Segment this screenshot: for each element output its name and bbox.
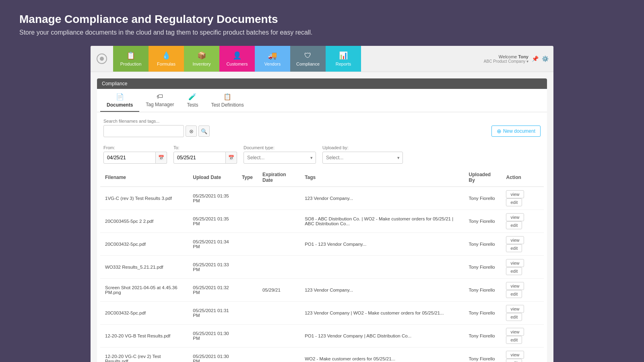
search-input-group: ⊗ 🔍 bbox=[103, 125, 210, 137]
cell-actions: viewedit bbox=[501, 187, 544, 210]
settings-icon[interactable]: ⚙️ bbox=[542, 56, 549, 62]
cell-tags: PO1 - 123 Vendor Company | ABC Distribut… bbox=[300, 325, 464, 348]
edit-button[interactable]: edit bbox=[506, 359, 522, 362]
new-document-button[interactable]: ⊕ New document bbox=[491, 125, 541, 137]
nav-item-reports[interactable]: 📊 Reports bbox=[326, 46, 361, 72]
cell-tags: WO2 - Make customer orders for 05/25/21.… bbox=[300, 348, 464, 362]
cell-tags: SO8 - ABC Distribution Co. | WO2 - Make … bbox=[300, 210, 464, 233]
nav-item-compliance[interactable]: 🛡 Compliance bbox=[290, 46, 326, 72]
tab-tag-manager[interactable]: 🏷 Tag Manager bbox=[139, 89, 180, 112]
cell-filename: WO332 Results_5.21.21.pdf bbox=[100, 256, 188, 279]
cell-expiration-date: 05/29/21 bbox=[258, 279, 300, 302]
cell-actions: viewedit bbox=[501, 233, 544, 256]
cell-upload-date: 05/25/2021 01:31 PM bbox=[188, 302, 237, 325]
uploaded-by-label: Uploaded by: bbox=[322, 145, 403, 150]
search-button[interactable]: 🔍 bbox=[198, 125, 210, 137]
view-button[interactable]: view bbox=[506, 259, 524, 267]
page-subtitle: Store your compliance documents in the c… bbox=[19, 29, 625, 36]
cell-uploaded-by: Tony Fiorello bbox=[464, 325, 502, 348]
view-button[interactable]: view bbox=[506, 236, 524, 244]
col-type: Type bbox=[237, 169, 258, 187]
compliance-panel: Compliance 📄 Documents 🏷 Tag Manager 🧪 T… bbox=[97, 78, 547, 362]
cell-expiration-date bbox=[258, 233, 300, 256]
clear-search-button[interactable]: ⊗ bbox=[186, 125, 197, 137]
reports-icon: 📊 bbox=[339, 51, 348, 60]
tab-test-definitions[interactable]: 📋 Test Definitions bbox=[204, 89, 250, 112]
nav-item-inventory[interactable]: 📦 Inventory bbox=[184, 46, 219, 72]
cell-upload-date: 05/25/2021 01:35 PM bbox=[188, 210, 237, 233]
edit-button[interactable]: edit bbox=[506, 290, 522, 298]
cell-uploaded-by: Tony Fiorello bbox=[464, 210, 502, 233]
to-date-input[interactable] bbox=[173, 152, 226, 164]
uploaded-by-select-wrapper: Select... bbox=[322, 152, 403, 164]
tab-documents[interactable]: 📄 Documents bbox=[100, 89, 139, 112]
from-date-input[interactable] bbox=[103, 152, 156, 164]
cell-type bbox=[237, 233, 258, 256]
content-area: Compliance 📄 Documents 🏷 Tag Manager 🧪 T… bbox=[91, 72, 553, 362]
col-tags: Tags bbox=[300, 169, 464, 187]
to-calendar-button[interactable]: 📅 bbox=[226, 152, 237, 164]
view-button[interactable]: view bbox=[506, 328, 524, 336]
cell-type bbox=[237, 302, 258, 325]
cell-actions: viewedit bbox=[501, 256, 544, 279]
view-button[interactable]: view bbox=[506, 282, 524, 290]
customers-icon: 👤 bbox=[233, 51, 242, 60]
nav-logo[interactable] bbox=[91, 46, 113, 72]
uploaded-by-select[interactable]: Select... bbox=[322, 152, 403, 164]
nav-item-customers[interactable]: 👤 Customers bbox=[219, 46, 255, 72]
cell-expiration-date bbox=[258, 325, 300, 348]
documents-tab-icon: 📄 bbox=[116, 93, 124, 101]
cell-uploaded-by: Tony Fiorello bbox=[464, 302, 502, 325]
nav-item-formulas[interactable]: 💧 Formulas bbox=[149, 46, 184, 72]
doc-type-select[interactable]: Select... bbox=[244, 152, 316, 164]
test-definitions-tab-icon: 📋 bbox=[223, 93, 231, 101]
plus-circle-icon: ⊕ bbox=[497, 128, 502, 134]
search-input[interactable] bbox=[103, 125, 184, 137]
filter-to-group: To: 📅 bbox=[173, 145, 237, 164]
tabs-bar: 📄 Documents 🏷 Tag Manager 🧪 Tests 📋 Test… bbox=[97, 89, 547, 112]
col-action: Action bbox=[501, 169, 544, 187]
tests-tab-icon: 🧪 bbox=[188, 93, 196, 101]
cell-upload-date: 05/25/2021 01:30 PM bbox=[188, 325, 237, 348]
nav-items: 📋 Production 💧 Formulas 📦 Inventory 👤 Cu… bbox=[113, 46, 484, 72]
filter-from-group: From: 📅 bbox=[103, 145, 167, 164]
edit-button[interactable]: edit bbox=[506, 244, 522, 252]
edit-button[interactable]: edit bbox=[506, 221, 522, 229]
cell-tags: PO1 - 123 Vendor Company... bbox=[300, 233, 464, 256]
cell-actions: viewedit bbox=[501, 325, 544, 348]
table-row: 12-20-20 VG-B Test Results.pdf05/25/2021… bbox=[100, 325, 544, 348]
nav-company[interactable]: ABC Product Company ▾ bbox=[484, 59, 528, 64]
search-row: ⊗ 🔍 ⊕ New document bbox=[103, 125, 541, 137]
cell-expiration-date bbox=[258, 348, 300, 362]
table-row: Screen Shot 2021-04-05 at 4.45.36 PM.png… bbox=[100, 279, 544, 302]
cell-filename: 20C003455-5pc 2 2.pdf bbox=[100, 210, 188, 233]
from-calendar-button[interactable]: 📅 bbox=[156, 152, 167, 164]
view-button[interactable]: view bbox=[506, 213, 524, 221]
cell-upload-date: 05/25/2021 01:30 PM bbox=[188, 348, 237, 362]
compliance-icon: 🛡 bbox=[304, 51, 312, 60]
cell-filename: 12-20-20 VG-C (rev 2) Test Results.pdf bbox=[100, 348, 188, 362]
edit-button[interactable]: edit bbox=[506, 313, 522, 321]
cell-expiration-date bbox=[258, 187, 300, 210]
cell-tags: 123 Vendor Company | WO2 - Make customer… bbox=[300, 302, 464, 325]
tab-tests[interactable]: 🧪 Tests bbox=[180, 89, 204, 112]
to-input-group: 📅 bbox=[173, 152, 237, 164]
nav-item-vendors[interactable]: 🚚 Vendors bbox=[255, 46, 290, 72]
nav-item-production[interactable]: 📋 Production bbox=[113, 46, 149, 72]
view-button[interactable]: view bbox=[506, 190, 524, 198]
view-button[interactable]: view bbox=[506, 351, 524, 359]
cell-tags: 123 Vendor Company... bbox=[300, 279, 464, 302]
edit-button[interactable]: edit bbox=[506, 198, 522, 206]
documents-table-container: Filename Upload Date Type Expiration Dat… bbox=[97, 169, 547, 362]
documents-table: Filename Upload Date Type Expiration Dat… bbox=[100, 169, 544, 362]
edit-button[interactable]: edit bbox=[506, 336, 522, 344]
nav-item-label-customers: Customers bbox=[226, 62, 248, 66]
view-button[interactable]: view bbox=[506, 305, 524, 313]
pin-icon[interactable]: 📌 bbox=[532, 56, 539, 62]
edit-button[interactable]: edit bbox=[506, 267, 522, 275]
from-input-group: 📅 bbox=[103, 152, 167, 164]
col-upload-date: Upload Date bbox=[188, 169, 237, 187]
cell-uploaded-by: Tony Fiorello bbox=[464, 256, 502, 279]
cell-uploaded-by: Tony Fiorello bbox=[464, 348, 502, 362]
cell-upload-date: 05/25/2021 01:35 PM bbox=[188, 187, 237, 210]
